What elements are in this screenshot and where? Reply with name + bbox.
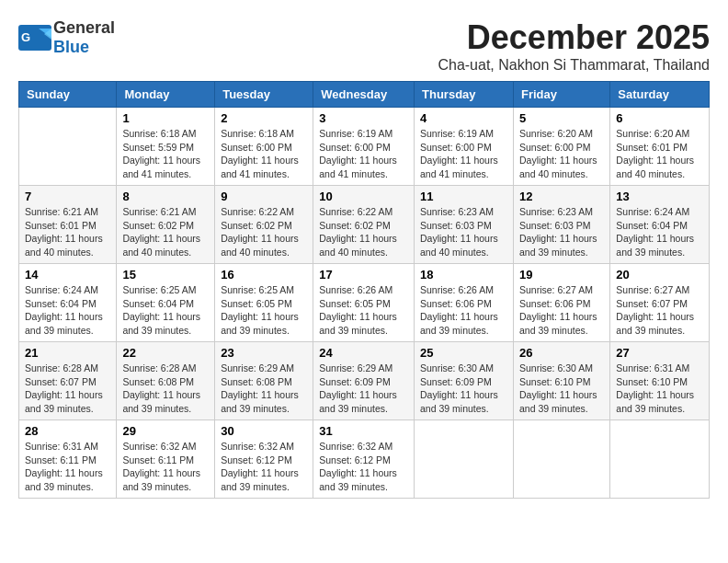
- svg-text:G: G: [21, 30, 30, 44]
- day-cell: 29Sunrise: 6:32 AM Sunset: 6:11 PM Dayli…: [117, 420, 215, 499]
- day-number: 14: [25, 268, 110, 282]
- day-number: 29: [122, 424, 209, 438]
- day-cell: 2Sunrise: 6:18 AM Sunset: 6:00 PM Daylig…: [215, 108, 313, 186]
- day-info: Sunrise: 6:20 AM Sunset: 6:01 PM Dayligh…: [616, 127, 703, 181]
- day-cell: 12Sunrise: 6:23 AM Sunset: 6:03 PM Dayli…: [513, 186, 609, 264]
- day-cell: 3Sunrise: 6:19 AM Sunset: 6:00 PM Daylig…: [313, 108, 415, 186]
- day-info: Sunrise: 6:28 AM Sunset: 6:08 PM Dayligh…: [122, 362, 209, 416]
- day-number: 7: [25, 190, 110, 203]
- day-number: 26: [519, 346, 604, 360]
- day-cell: [610, 420, 710, 499]
- day-number: 1: [122, 111, 209, 125]
- weekday-header-thursday: Thursday: [415, 82, 514, 108]
- day-number: 20: [616, 268, 703, 282]
- day-cell: 11Sunrise: 6:23 AM Sunset: 6:03 PM Dayli…: [415, 186, 514, 264]
- day-cell: 8Sunrise: 6:21 AM Sunset: 6:02 PM Daylig…: [117, 186, 215, 264]
- day-number: 28: [25, 424, 110, 438]
- day-number: 24: [319, 346, 408, 360]
- day-cell: 19Sunrise: 6:27 AM Sunset: 6:06 PM Dayli…: [513, 264, 609, 342]
- day-number: 16: [221, 268, 307, 282]
- weekday-header-monday: Monday: [117, 82, 215, 108]
- day-number: 23: [221, 346, 307, 360]
- day-number: 18: [420, 268, 507, 282]
- day-number: 17: [319, 268, 408, 282]
- day-info: Sunrise: 6:32 AM Sunset: 6:12 PM Dayligh…: [319, 440, 408, 494]
- day-number: 22: [122, 346, 209, 360]
- day-cell: 28Sunrise: 6:31 AM Sunset: 6:11 PM Dayli…: [19, 420, 117, 499]
- day-info: Sunrise: 6:24 AM Sunset: 6:04 PM Dayligh…: [616, 205, 703, 259]
- day-cell: 15Sunrise: 6:25 AM Sunset: 6:04 PM Dayli…: [117, 264, 215, 342]
- day-info: Sunrise: 6:27 AM Sunset: 6:06 PM Dayligh…: [519, 283, 604, 338]
- day-cell: [19, 108, 117, 186]
- day-number: 9: [221, 190, 307, 203]
- day-cell: [513, 420, 609, 499]
- day-number: 3: [319, 111, 408, 125]
- day-cell: 1Sunrise: 6:18 AM Sunset: 5:59 PM Daylig…: [117, 108, 215, 186]
- day-info: Sunrise: 6:25 AM Sunset: 6:04 PM Dayligh…: [122, 283, 209, 338]
- day-number: 2: [221, 111, 307, 125]
- month-title: December 2025: [438, 18, 710, 57]
- calendar-table: SundayMondayTuesdayWednesdayThursdayFrid…: [18, 81, 710, 499]
- day-cell: 23Sunrise: 6:29 AM Sunset: 6:08 PM Dayli…: [215, 342, 313, 420]
- day-cell: 30Sunrise: 6:32 AM Sunset: 6:12 PM Dayli…: [215, 420, 313, 499]
- day-cell: 21Sunrise: 6:28 AM Sunset: 6:07 PM Dayli…: [19, 342, 117, 420]
- weekday-header-row: SundayMondayTuesdayWednesdayThursdayFrid…: [19, 82, 710, 108]
- day-info: Sunrise: 6:20 AM Sunset: 6:00 PM Dayligh…: [519, 127, 604, 181]
- title-block: December 2025 Cha-uat, Nakhon Si Thammar…: [438, 18, 710, 74]
- day-info: Sunrise: 6:22 AM Sunset: 6:02 PM Dayligh…: [221, 205, 307, 259]
- day-cell: 27Sunrise: 6:31 AM Sunset: 6:10 PM Dayli…: [610, 342, 710, 420]
- day-cell: 31Sunrise: 6:32 AM Sunset: 6:12 PM Dayli…: [313, 420, 415, 499]
- day-info: Sunrise: 6:19 AM Sunset: 6:00 PM Dayligh…: [319, 127, 408, 181]
- logo-general-text: General: [53, 18, 115, 37]
- week-row-5: 28Sunrise: 6:31 AM Sunset: 6:11 PM Dayli…: [19, 420, 710, 499]
- day-cell: 14Sunrise: 6:24 AM Sunset: 6:04 PM Dayli…: [19, 264, 117, 342]
- week-row-1: 1Sunrise: 6:18 AM Sunset: 5:59 PM Daylig…: [19, 108, 710, 186]
- logo-blue-text: Blue: [53, 38, 89, 56]
- day-number: 31: [319, 424, 408, 438]
- day-number: 8: [122, 190, 209, 203]
- day-cell: 26Sunrise: 6:30 AM Sunset: 6:10 PM Dayli…: [513, 342, 609, 420]
- day-number: 15: [122, 268, 209, 282]
- day-number: 27: [616, 346, 703, 360]
- day-number: 30: [221, 424, 307, 438]
- day-number: 13: [616, 190, 703, 203]
- location-title: Cha-uat, Nakhon Si Thammarat, Thailand: [438, 57, 710, 74]
- day-number: 4: [420, 111, 507, 125]
- day-number: 12: [519, 190, 604, 203]
- day-cell: 6Sunrise: 6:20 AM Sunset: 6:01 PM Daylig…: [610, 108, 710, 186]
- day-cell: 10Sunrise: 6:22 AM Sunset: 6:02 PM Dayli…: [313, 186, 415, 264]
- weekday-header-sunday: Sunday: [19, 82, 117, 108]
- day-info: Sunrise: 6:24 AM Sunset: 6:04 PM Dayligh…: [25, 283, 110, 338]
- day-info: Sunrise: 6:21 AM Sunset: 6:02 PM Dayligh…: [122, 205, 209, 259]
- day-cell: 9Sunrise: 6:22 AM Sunset: 6:02 PM Daylig…: [215, 186, 313, 264]
- day-info: Sunrise: 6:30 AM Sunset: 6:09 PM Dayligh…: [420, 362, 507, 416]
- day-number: 10: [319, 190, 408, 203]
- day-info: Sunrise: 6:30 AM Sunset: 6:10 PM Dayligh…: [519, 362, 604, 416]
- day-info: Sunrise: 6:31 AM Sunset: 6:10 PM Dayligh…: [616, 362, 703, 416]
- day-info: Sunrise: 6:32 AM Sunset: 6:12 PM Dayligh…: [221, 440, 307, 494]
- day-info: Sunrise: 6:19 AM Sunset: 6:00 PM Dayligh…: [420, 127, 507, 181]
- day-info: Sunrise: 6:22 AM Sunset: 6:02 PM Dayligh…: [319, 205, 408, 259]
- weekday-header-wednesday: Wednesday: [313, 82, 415, 108]
- weekday-header-tuesday: Tuesday: [215, 82, 313, 108]
- day-number: 21: [25, 346, 110, 360]
- day-info: Sunrise: 6:26 AM Sunset: 6:05 PM Dayligh…: [319, 283, 408, 338]
- day-info: Sunrise: 6:26 AM Sunset: 6:06 PM Dayligh…: [420, 283, 507, 338]
- day-cell: 13Sunrise: 6:24 AM Sunset: 6:04 PM Dayli…: [610, 186, 710, 264]
- day-info: Sunrise: 6:25 AM Sunset: 6:05 PM Dayligh…: [221, 283, 307, 338]
- day-number: 6: [616, 111, 703, 125]
- day-info: Sunrise: 6:32 AM Sunset: 6:11 PM Dayligh…: [122, 440, 209, 494]
- day-info: Sunrise: 6:18 AM Sunset: 5:59 PM Dayligh…: [122, 127, 209, 181]
- day-info: Sunrise: 6:29 AM Sunset: 6:09 PM Dayligh…: [319, 362, 408, 416]
- day-cell: 18Sunrise: 6:26 AM Sunset: 6:06 PM Dayli…: [415, 264, 514, 342]
- day-cell: 20Sunrise: 6:27 AM Sunset: 6:07 PM Dayli…: [610, 264, 710, 342]
- week-row-4: 21Sunrise: 6:28 AM Sunset: 6:07 PM Dayli…: [19, 342, 710, 420]
- day-cell: 17Sunrise: 6:26 AM Sunset: 6:05 PM Dayli…: [313, 264, 415, 342]
- day-info: Sunrise: 6:31 AM Sunset: 6:11 PM Dayligh…: [25, 440, 110, 494]
- day-cell: 22Sunrise: 6:28 AM Sunset: 6:08 PM Dayli…: [117, 342, 215, 420]
- day-number: 5: [519, 111, 604, 125]
- day-cell: 24Sunrise: 6:29 AM Sunset: 6:09 PM Dayli…: [313, 342, 415, 420]
- weekday-header-friday: Friday: [513, 82, 609, 108]
- day-info: Sunrise: 6:28 AM Sunset: 6:07 PM Dayligh…: [25, 362, 110, 416]
- day-cell: 25Sunrise: 6:30 AM Sunset: 6:09 PM Dayli…: [415, 342, 514, 420]
